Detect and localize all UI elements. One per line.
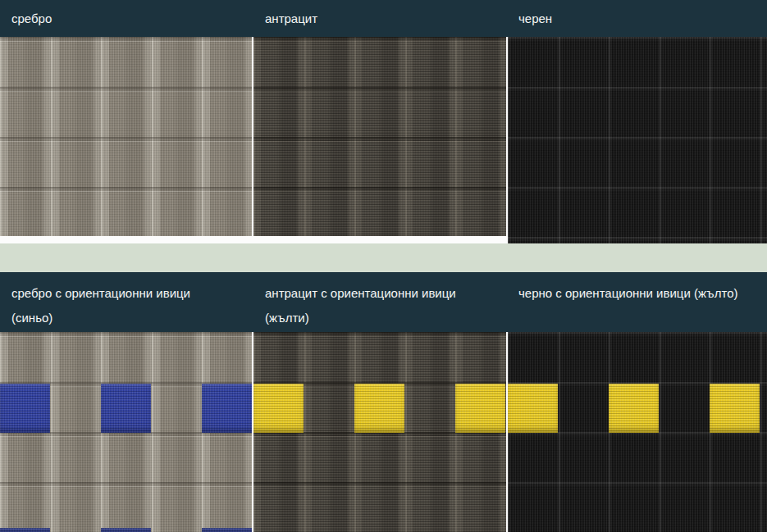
- stripe-square: [710, 384, 760, 433]
- swatch-black[interactable]: [508, 37, 767, 243]
- stripe-square: [508, 384, 558, 433]
- swatch-anthracite[interactable]: [253, 37, 506, 236]
- stripe-square: [609, 384, 659, 433]
- swatch-row-striped: [0, 332, 767, 532]
- stripe-square: [202, 528, 252, 532]
- row2-header: сребро с ориентационни ивици (синьо) ант…: [0, 272, 767, 332]
- orientation-stripe-band-partial: [0, 528, 252, 532]
- swatch-label-text: антрацит с ориентационни ивици (жълти): [265, 281, 485, 330]
- swatch-label-text: черно с ориентационни ивици (жълто): [518, 286, 738, 300]
- swatch-black-yellow-stripes[interactable]: [508, 332, 767, 532]
- orientation-stripe-band: [508, 384, 767, 433]
- stripe-square: [101, 528, 151, 532]
- swatch-silver-blue-stripes[interactable]: [0, 332, 252, 532]
- swatch-label-anthracite: антрацит: [253, 11, 508, 25]
- swatch-label-black-yellow-stripes: черно с ориентационни ивици (жълто): [508, 281, 767, 306]
- swatch-label-text: сребро с ориентационни ивици (синьо): [11, 281, 231, 330]
- orientation-stripe-band: [253, 384, 506, 433]
- swatch-label-silver-blue-stripes: сребро с ориентационни ивици (синьо): [0, 281, 253, 330]
- fabric-color-options: сребро антрацит черен сребро с ориентаци…: [0, 0, 767, 532]
- stripe-square: [202, 384, 252, 433]
- swatch-anthracite-yellow-stripes[interactable]: [253, 332, 506, 532]
- row1-header: сребро антрацит черен: [0, 0, 767, 37]
- stripe-square: [354, 384, 404, 433]
- stripe-square: [253, 384, 304, 433]
- stripe-square: [101, 384, 151, 433]
- swatch-silver[interactable]: [0, 37, 252, 236]
- swatch-label-anthracite-yellow-stripes: антрацит с ориентационни ивици (жълти): [253, 281, 508, 330]
- stripe-square: [0, 528, 50, 532]
- orientation-stripe-band: [0, 384, 252, 433]
- swatch-label-black: черен: [508, 11, 767, 25]
- separator-band: [0, 243, 767, 272]
- swatch-row-plain: [0, 37, 767, 243]
- stripe-square: [455, 384, 505, 433]
- stripe-square: [0, 384, 50, 433]
- swatch-label-silver: сребро: [0, 11, 253, 25]
